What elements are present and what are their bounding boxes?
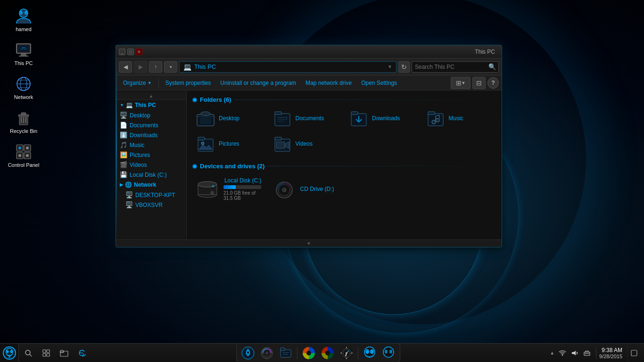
- documents-folder-label: Documents: [296, 115, 324, 122]
- this-pc-label: This PC: [14, 60, 33, 66]
- svg-point-99: [370, 349, 374, 354]
- recent-button[interactable]: ▾: [164, 61, 177, 73]
- sidebar-this-pc[interactable]: ▼ 💻 This PC: [116, 100, 186, 110]
- desktop-icon-recycle-bin[interactable]: Recycle Bin: [5, 107, 42, 136]
- sidebar-item-desktop[interactable]: 🖥️ Desktop: [116, 110, 186, 120]
- folder-item-desktop[interactable]: Desktop: [192, 107, 266, 130]
- refresh-button[interactable]: ↻: [398, 61, 410, 73]
- svg-rect-33: [275, 114, 290, 126]
- sidebar-item-vboxsvr[interactable]: 🖥️ VBOXSVR: [116, 200, 186, 210]
- dock-item-4[interactable]: [300, 345, 317, 362]
- folder-item-videos[interactable]: Videos: [269, 132, 343, 155]
- svg-point-111: [588, 353, 589, 354]
- help-button[interactable]: ?: [487, 77, 499, 89]
- window-title: This PC: [475, 49, 495, 55]
- this-pc-icon: [14, 41, 33, 59]
- edge-taskbar[interactable]: [74, 345, 90, 362]
- sidebar-music-label: Music: [130, 142, 144, 148]
- close-button[interactable]: ✕: [136, 49, 142, 55]
- desktop-folder-label: Desktop: [219, 115, 239, 122]
- sidebar-scroll-down[interactable]: ▼: [116, 239, 187, 247]
- dock-item-5[interactable]: [319, 345, 336, 362]
- address-dropdown-arrow[interactable]: ▼: [388, 64, 392, 69]
- desktop-icons-container: hamed This PC Ne: [0, 0, 42, 170]
- svg-rect-34: [275, 112, 281, 115]
- music-folder-icon: [426, 110, 445, 127]
- sidebar-item-local-disk[interactable]: 💾 Local Disk (C:): [116, 170, 186, 180]
- file-explorer-taskbar[interactable]: [57, 345, 72, 362]
- system-clock[interactable]: 9:38 AM 9/28/2015: [596, 347, 625, 359]
- search-box: 🔍: [412, 61, 499, 73]
- svg-point-65: [25, 350, 30, 355]
- sidebar-item-downloads[interactable]: ⬇️ Downloads: [116, 130, 186, 140]
- view-dropdown-button[interactable]: ⊞ ▼: [451, 77, 471, 89]
- view-toggle-button[interactable]: ⊟: [472, 77, 486, 89]
- map-network-button[interactable]: Map network drive: [301, 77, 356, 89]
- minimize-button[interactable]: _: [119, 49, 125, 55]
- tray-volume-icon[interactable]: [570, 345, 580, 362]
- drive-item-c[interactable]: Local Disk (C:) 21.0 GB free of 31.5 GB: [192, 173, 266, 205]
- desktop-icon-this-pc[interactable]: This PC: [5, 39, 42, 68]
- maximize-button[interactable]: □: [127, 49, 134, 55]
- dock-item-6[interactable]: [338, 345, 355, 362]
- dock-separator-2: [358, 347, 358, 359]
- system-properties-button[interactable]: System properties: [161, 77, 215, 89]
- desktop-icon-network[interactable]: Network: [5, 73, 42, 102]
- tray-power-icon[interactable]: [582, 345, 592, 362]
- task-view-button[interactable]: [39, 345, 54, 362]
- taskbar-dock: [236, 343, 400, 362]
- svg-point-109: [585, 353, 586, 354]
- sidebar-item-videos[interactable]: 🎬 Videos: [116, 160, 186, 170]
- sidebar-network[interactable]: ▶ 🌐 Network: [116, 180, 186, 190]
- svg-rect-69: [43, 354, 46, 356]
- up-button[interactable]: ↑: [149, 61, 162, 73]
- title-bar: _ □ ✕ This PC: [116, 45, 502, 58]
- svg-rect-48: [275, 137, 281, 140]
- folder-item-documents[interactable]: Documents: [269, 107, 343, 130]
- sidebar-scroll-up[interactable]: ▲: [116, 92, 186, 100]
- folders-section-line: [234, 99, 496, 100]
- address-path[interactable]: 💻 This PC ▼: [179, 61, 396, 73]
- tray-expand-arrow[interactable]: ▲: [549, 350, 555, 355]
- dock-item-3[interactable]: [277, 345, 294, 362]
- main-content: ▲ ▼ 💻 This PC 🖥️ Desktop 📄 Documents ⬇️ …: [116, 90, 502, 247]
- search-taskbar-button[interactable]: [21, 345, 36, 362]
- open-settings-button[interactable]: Open Settings: [357, 77, 401, 89]
- folder-item-pictures[interactable]: Pictures: [192, 132, 266, 155]
- start-button[interactable]: [0, 344, 19, 362]
- drive-c-info: Local Disk (C:) 21.0 GB free of 31.5 GB: [223, 177, 263, 201]
- downloads-folder-label: Downloads: [372, 115, 400, 122]
- desktop-icon-control-panel[interactable]: Control Panel: [5, 140, 42, 170]
- svg-rect-39: [351, 112, 358, 115]
- taskbar-quick-launch: [19, 345, 91, 362]
- search-icon: 🔍: [488, 63, 496, 70]
- notification-button[interactable]: [627, 345, 640, 362]
- dock-alien-button[interactable]: [361, 345, 378, 362]
- dock-item-2[interactable]: [258, 345, 275, 362]
- forward-button[interactable]: ▶: [134, 61, 147, 73]
- sidebar-item-documents[interactable]: 📄 Documents: [116, 120, 186, 130]
- uninstall-button[interactable]: Uninstall or change a program: [216, 77, 300, 89]
- svg-point-43: [436, 118, 439, 122]
- taskbar: ▲ 9:38 AM 9/28/2015: [0, 343, 644, 362]
- organize-button[interactable]: Organize ▼: [119, 77, 156, 89]
- sidebar-item-pictures[interactable]: 🖼️ Pictures: [116, 150, 186, 160]
- sidebar-desktop-kt-label: DESKTOP-KPT: [135, 192, 175, 198]
- tray-network-icon[interactable]: [557, 345, 568, 362]
- address-pc-icon: 💻: [183, 63, 191, 71]
- folder-item-downloads[interactable]: Downloads: [346, 107, 420, 130]
- sidebar-desktop-label: Desktop: [130, 112, 150, 119]
- desktop-icon-hamed[interactable]: hamed: [5, 5, 42, 34]
- svg-point-46: [201, 142, 204, 145]
- search-input[interactable]: [415, 64, 486, 70]
- local-disk-fill: [223, 185, 236, 189]
- folder-item-music[interactable]: Music: [422, 107, 496, 130]
- svg-point-61: [10, 350, 12, 353]
- sidebar-item-desktop-kt[interactable]: 🖥️ DESKTOP-KPT: [116, 190, 186, 200]
- back-button[interactable]: ◀: [119, 61, 132, 73]
- dock-item-8[interactable]: [380, 345, 397, 362]
- drive-item-d[interactable]: CD Drive (D:): [269, 173, 343, 205]
- taskbar-center: [91, 343, 545, 362]
- sidebar-item-music[interactable]: 🎵 Music: [116, 140, 186, 150]
- dock-item-1[interactable]: [239, 345, 256, 362]
